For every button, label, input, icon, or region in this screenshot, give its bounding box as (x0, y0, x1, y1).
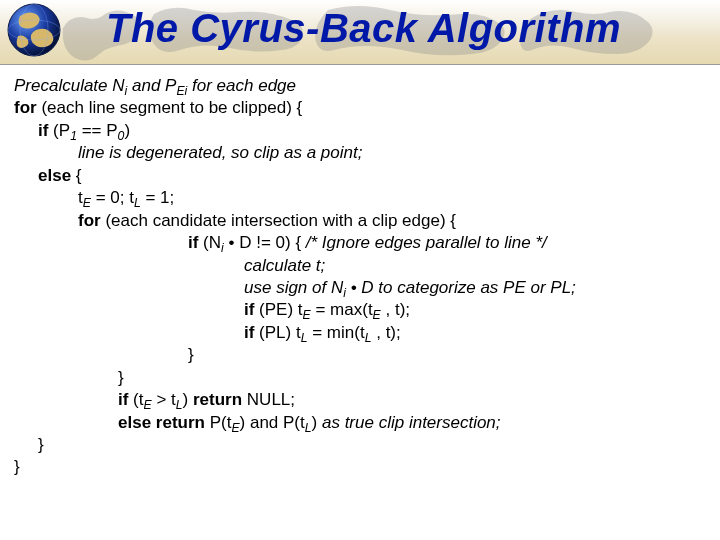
slide-header: The Cyrus-Back Algorithm (0, 0, 720, 65)
code-line: calculate t; (14, 255, 706, 277)
code-line: line is degenerated, so clip as a point; (14, 142, 706, 164)
code-line: } (14, 367, 706, 389)
globe-icon (6, 2, 62, 58)
code-line: for (each candidate intersection with a … (14, 210, 706, 232)
code-line: } (14, 344, 706, 366)
code-line: if (PL) tL = min(tL , t); (14, 322, 706, 344)
code-line: } (14, 434, 706, 456)
slide-title: The Cyrus-Back Algorithm (106, 6, 621, 51)
algorithm-body: Precalculate Ni and PEi for each edge fo… (0, 65, 720, 479)
code-line: Precalculate Ni and PEi for each edge (14, 75, 706, 97)
code-line: } (14, 456, 706, 478)
code-line: else return P(tE) and P(tL) as true clip… (14, 412, 706, 434)
code-line: if (P1 == P0) (14, 120, 706, 142)
code-line: use sign of Ni • D to categorize as PE o… (14, 277, 706, 299)
svg-point-0 (8, 4, 60, 56)
code-line: else { (14, 165, 706, 187)
code-line: for (each line segment to be clipped) { (14, 97, 706, 119)
code-line: if (tE > tL) return NULL; (14, 389, 706, 411)
code-line: tE = 0; tL = 1; (14, 187, 706, 209)
code-line: if (PE) tE = max(tE , t); (14, 299, 706, 321)
code-line: if (Ni • D != 0) { /* Ignore edges paral… (14, 232, 706, 254)
